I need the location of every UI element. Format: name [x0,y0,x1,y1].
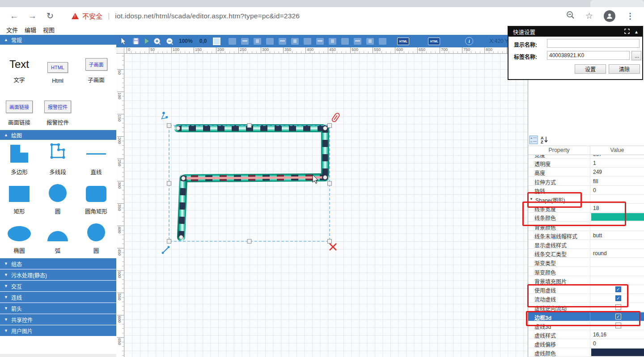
property-row[interactable]: 流动虚线✓ [528,294,644,303]
zoom-out-page-icon[interactable] [566,11,575,21]
property-value-cell[interactable] [590,195,644,203]
property-value-cell[interactable]: 249 [590,168,644,176]
property-value-cell[interactable]: 0 [590,339,644,348]
color-swatch[interactable] [591,213,644,221]
property-value-cell[interactable] [590,240,644,248]
property-value-cell[interactable]: ✓ [590,285,644,294]
property-value-cell[interactable] [590,222,644,231]
property-row[interactable]: 拉伸方式fill [528,177,644,186]
pipe-polyline-shape[interactable] [124,54,528,357]
forward-icon[interactable]: → [28,12,37,20]
sidebar-tool-roundrect[interactable]: 圆角矩形 [77,180,115,219]
sidebar-section-header[interactable]: ▼共享控件 [0,314,116,325]
design-canvas[interactable] [124,54,528,357]
property-row[interactable]: 边框3d✓ [528,312,644,321]
quick-settings-titlebar[interactable]: 快速设置 ▲ [508,27,642,37]
tag-name-input[interactable] [547,51,630,60]
property-value-cell[interactable]: ✓ [590,294,644,302]
sidebar-section-header[interactable]: ▼污水处理(静态) [0,269,116,280]
tag-browse-button[interactable]: ... [631,51,641,60]
property-value-cell[interactable]: 18 [590,204,644,212]
sidebar-tool-button[interactable]: 报警控件报警控件 [38,88,77,130]
property-row[interactable]: 线条末端线帽样式butt [528,231,644,240]
property-value-cell[interactable] [590,303,644,311]
sidebar-section-header[interactable]: ▲绘图 [0,130,116,140]
property-row[interactable]: 虚线颜色 [528,348,644,357]
checkbox-checked[interactable]: ✓ [615,286,621,292]
property-row[interactable]: 虚线样式16,16 [528,330,644,339]
property-value-cell[interactable] [590,267,644,276]
sidebar-tool-rect[interactable]: 矩形 [0,180,38,219]
property-value-cell[interactable]: fill [590,177,644,185]
property-row[interactable]: 背景颜色 [528,222,644,231]
property-value-cell[interactable]: butt [590,231,644,239]
browser-menu-icon[interactable]: ⋮ [626,11,634,21]
sidebar-tool-polyline[interactable]: 多线段 [38,140,77,180]
security-warning-icon[interactable] [72,13,79,19]
property-row[interactable]: 线条颜色 [528,213,644,222]
color-swatch[interactable] [591,349,644,356]
info-icon[interactable]: i [465,37,473,45]
property-row[interactable]: 使用虚线✓ [528,285,644,294]
sidebar-tool-arc[interactable]: 弧 [38,219,77,258]
checkbox-checked[interactable]: ✓ [615,314,621,319]
property-row[interactable]: 线条交汇类型round [528,249,644,258]
property-value-cell[interactable]: 1 [590,159,644,167]
categorize-view-icon[interactable]: +− [529,135,538,146]
checkbox-unchecked[interactable] [615,304,621,310]
property-row[interactable]: 透明度1 [528,159,644,168]
property-row[interactable]: 线条宽度18 [528,204,644,213]
sidebar-section-header[interactable]: ▲常规 [0,35,116,45]
property-value-cell[interactable] [590,258,644,266]
sidebar-tool-circle[interactable]: 圆 [38,180,77,219]
property-row[interactable]: 显示虚线样式 [528,240,644,249]
bookmark-star-icon[interactable]: ☆ [585,11,593,21]
collapse-up-icon[interactable]: ▲ [634,29,639,34]
sidebar-tool-button[interactable]: 子画面子画面 [77,45,115,88]
property-value-cell[interactable]: 0 [590,186,644,194]
menu-file[interactable]: 文件 [6,25,18,34]
browser-tab[interactable] [590,0,644,7]
property-row[interactable]: 渐变颜色 [528,267,644,276]
sidebar-section-header[interactable]: ▼箭头 [0,303,116,314]
property-row[interactable]: ▼Shape(图形) [528,195,644,204]
select-cursor-icon[interactable] [120,37,127,45]
checkbox-unchecked[interactable] [615,323,621,328]
property-row[interactable]: 高度249 [528,168,644,176]
html-export-icon[interactable]: HTML [397,38,409,45]
sidebar-tool-polygon[interactable]: 多边形 [0,140,38,180]
sidebar-tool-text[interactable]: Text文字 [0,45,38,88]
property-value-cell[interactable]: round [590,249,644,257]
zoom-out-icon[interactable] [166,38,174,45]
sidebar-section-header[interactable]: ▼组态 [0,258,116,269]
property-value-cell[interactable]: 16,16 [590,330,644,339]
sidebar-section-header[interactable]: ▼连线 [0,292,116,302]
property-row[interactable]: 旋转0 [528,186,644,195]
display-name-input[interactable] [547,39,640,48]
property-value-cell[interactable] [590,348,644,357]
sidebar-tool-button[interactable]: HTMLHtml [38,45,77,88]
dock-icon[interactable] [624,29,630,35]
category-collapse-icon[interactable]: ▼ [530,197,533,201]
profile-avatar[interactable] [604,10,615,22]
menu-edit[interactable]: 编辑 [25,25,36,34]
property-row[interactable]: 虚线逆向流动 [528,303,644,312]
reload-icon[interactable]: ↻ [47,12,54,20]
save-icon[interactable] [132,38,140,45]
menu-view[interactable]: 视图 [43,25,55,34]
security-label[interactable]: 不安全 [82,11,102,21]
canvas-settings-icon[interactable] [213,38,220,45]
property-row[interactable]: 虚线偏移0 [528,339,644,348]
zoom-in-icon[interactable] [153,38,161,45]
sort-az-icon[interactable]: AZ [540,135,549,146]
sidebar-scrollbar[interactable] [0,354,116,357]
sidebar-tool-line[interactable]: 直线 [77,140,115,180]
address-bar-url[interactable]: iot.idosp.net/html/scada/editor.aspx.htm… [115,12,300,20]
property-value-cell[interactable]: ✓ [590,312,644,321]
back-icon[interactable]: ← [10,12,18,20]
property-row[interactable]: 背景填充图片 [528,276,644,285]
sidebar-tool-ellipse[interactable]: 椭圆 [0,219,38,258]
sidebar-section-header[interactable]: ▼交互 [0,281,116,291]
property-row[interactable]: 虚线3d [528,321,644,330]
preview-play-icon[interactable] [145,38,149,44]
